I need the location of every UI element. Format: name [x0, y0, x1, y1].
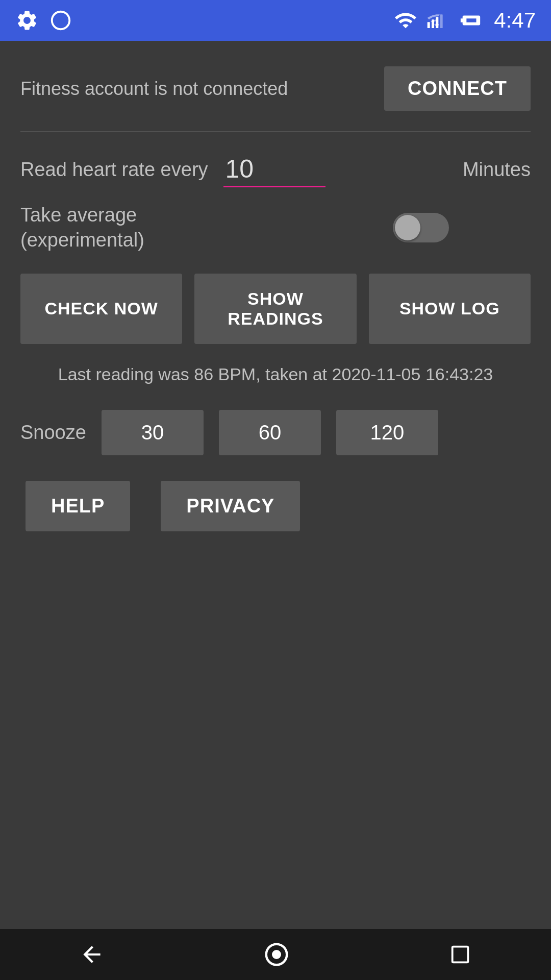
minutes-label: Minutes — [463, 159, 531, 181]
circle-icon — [49, 9, 72, 32]
action-buttons-row: CHECK NOW SHOW READINGS SHOW LOG — [20, 274, 531, 344]
svg-rect-2 — [436, 17, 439, 28]
show-log-button[interactable]: SHOW LOG — [369, 274, 531, 344]
average-label: Take average(experimental) — [20, 203, 144, 253]
gear-icon — [15, 9, 39, 32]
connection-row: Fitness account is not connected CONNECT — [20, 56, 531, 121]
snooze-120-button[interactable]: 120 — [336, 410, 438, 455]
nav-bar — [0, 929, 551, 980]
toggle-thumb — [395, 215, 420, 240]
wifi-icon — [394, 9, 417, 32]
divider-1 — [20, 131, 531, 132]
show-readings-button[interactable]: SHOW READINGS — [194, 274, 356, 344]
svg-rect-0 — [428, 22, 430, 28]
signal-icon — [427, 9, 447, 32]
status-bar-right: 4:47 — [394, 8, 536, 33]
nav-recents-button[interactable] — [448, 943, 472, 966]
snooze-row: Snooze 30 60 120 — [20, 410, 531, 455]
nav-home-button[interactable] — [263, 941, 290, 968]
svg-rect-6 — [453, 947, 468, 963]
nav-back-button[interactable] — [79, 942, 105, 967]
help-button[interactable]: HELP — [26, 481, 130, 531]
toggle-switch[interactable] — [393, 213, 449, 242]
check-now-button[interactable]: CHECK NOW — [20, 274, 182, 344]
svg-rect-3 — [440, 14, 443, 28]
main-content: Fitness account is not connected CONNECT… — [0, 41, 551, 557]
bottom-buttons-row: HELP PRIVACY — [20, 481, 531, 531]
last-reading-text: Last reading was 86 BPM, taken at 2020-1… — [20, 364, 531, 384]
status-bar: 4:47 — [0, 0, 551, 41]
heart-rate-label: Read heart rate every — [20, 159, 208, 181]
toggle-track — [393, 213, 449, 242]
snooze-label: Snooze — [20, 422, 86, 444]
heart-rate-input-wrapper — [223, 152, 447, 187]
connect-button[interactable]: CONNECT — [384, 66, 531, 111]
svg-rect-1 — [432, 19, 434, 28]
recents-icon — [448, 943, 472, 966]
status-bar-left — [15, 9, 72, 32]
snooze-30-button[interactable]: 30 — [102, 410, 204, 455]
back-icon — [79, 942, 105, 967]
heart-rate-row: Read heart rate every Minutes — [20, 152, 531, 187]
average-row: Take average(experimental) — [20, 203, 531, 253]
heart-rate-input[interactable] — [223, 152, 325, 187]
snooze-60-button[interactable]: 60 — [219, 410, 321, 455]
svg-point-5 — [272, 950, 281, 959]
privacy-button[interactable]: PRIVACY — [161, 481, 300, 531]
battery-icon — [456, 9, 485, 32]
connection-status-text: Fitness account is not connected — [20, 78, 288, 100]
home-icon — [263, 941, 290, 968]
status-time: 4:47 — [494, 8, 536, 33]
